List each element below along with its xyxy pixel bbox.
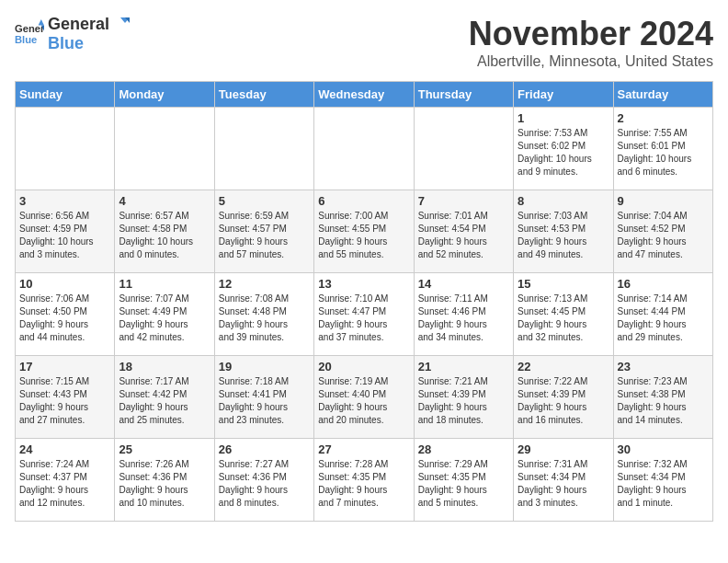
day-number: 5 xyxy=(219,194,310,208)
table-row: 11Sunrise: 7:07 AM Sunset: 4:49 PM Dayli… xyxy=(115,273,214,356)
day-info: Sunrise: 7:01 AM Sunset: 4:54 PM Dayligh… xyxy=(418,210,509,261)
table-row: 30Sunrise: 7:32 AM Sunset: 4:34 PM Dayli… xyxy=(613,439,712,522)
day-number: 25 xyxy=(119,442,210,456)
day-number: 9 xyxy=(618,194,709,208)
day-info: Sunrise: 7:21 AM Sunset: 4:39 PM Dayligh… xyxy=(418,375,509,427)
table-row: 18Sunrise: 7:17 AM Sunset: 4:42 PM Dayli… xyxy=(115,356,214,439)
header-monday: Monday xyxy=(115,82,214,108)
day-number: 28 xyxy=(418,442,509,456)
day-number: 19 xyxy=(219,360,310,373)
day-number: 7 xyxy=(418,194,509,208)
table-row xyxy=(214,108,313,190)
title-area: November 2024 Albertville, Minnesota, Un… xyxy=(469,15,713,70)
table-row: 24Sunrise: 7:24 AM Sunset: 4:37 PM Dayli… xyxy=(16,439,115,522)
day-number: 15 xyxy=(518,277,609,291)
day-number: 27 xyxy=(318,442,409,456)
table-row: 8Sunrise: 7:03 AM Sunset: 4:53 PM Daylig… xyxy=(514,190,613,273)
svg-marker-2 xyxy=(39,19,44,25)
day-info: Sunrise: 6:57 AM Sunset: 4:58 PM Dayligh… xyxy=(119,210,210,261)
table-row: 5Sunrise: 6:59 AM Sunset: 4:57 PM Daylig… xyxy=(214,190,313,273)
table-row: 23Sunrise: 7:23 AM Sunset: 4:38 PM Dayli… xyxy=(613,356,712,439)
header-thursday: Thursday xyxy=(414,82,513,108)
day-info: Sunrise: 7:29 AM Sunset: 4:35 PM Dayligh… xyxy=(418,458,509,510)
day-number: 1 xyxy=(518,111,609,125)
month-title: November 2024 xyxy=(469,15,713,53)
day-info: Sunrise: 7:22 AM Sunset: 4:39 PM Dayligh… xyxy=(518,375,609,427)
table-row: 21Sunrise: 7:21 AM Sunset: 4:39 PM Dayli… xyxy=(414,356,513,439)
day-number: 13 xyxy=(318,277,409,291)
table-row xyxy=(115,108,214,190)
day-number: 17 xyxy=(19,360,110,373)
table-row: 16Sunrise: 7:14 AM Sunset: 4:44 PM Dayli… xyxy=(613,273,712,356)
day-info: Sunrise: 7:06 AM Sunset: 4:50 PM Dayligh… xyxy=(19,293,110,344)
day-info: Sunrise: 7:53 AM Sunset: 6:02 PM Dayligh… xyxy=(518,127,609,178)
table-row: 22Sunrise: 7:22 AM Sunset: 4:39 PM Dayli… xyxy=(514,356,613,439)
table-row: 12Sunrise: 7:08 AM Sunset: 4:48 PM Dayli… xyxy=(214,273,313,356)
day-info: Sunrise: 7:28 AM Sunset: 4:35 PM Dayligh… xyxy=(318,458,409,510)
calendar-week-4: 17Sunrise: 7:15 AM Sunset: 4:43 PM Dayli… xyxy=(16,356,713,439)
day-info: Sunrise: 7:55 AM Sunset: 6:01 PM Dayligh… xyxy=(618,127,709,178)
day-number: 4 xyxy=(119,194,210,208)
day-info: Sunrise: 6:59 AM Sunset: 4:57 PM Dayligh… xyxy=(219,210,310,261)
day-info: Sunrise: 7:18 AM Sunset: 4:41 PM Dayligh… xyxy=(219,375,310,427)
table-row: 26Sunrise: 7:27 AM Sunset: 4:36 PM Dayli… xyxy=(214,439,313,522)
table-row: 25Sunrise: 7:26 AM Sunset: 4:36 PM Dayli… xyxy=(115,439,214,522)
table-row: 7Sunrise: 7:01 AM Sunset: 4:54 PM Daylig… xyxy=(414,190,513,273)
header-friday: Friday xyxy=(514,82,613,108)
day-number: 12 xyxy=(219,277,310,291)
table-row xyxy=(314,108,414,190)
day-info: Sunrise: 7:27 AM Sunset: 4:36 PM Dayligh… xyxy=(219,458,310,510)
header-saturday: Saturday xyxy=(613,82,712,108)
day-number: 23 xyxy=(618,360,709,373)
day-info: Sunrise: 7:14 AM Sunset: 4:44 PM Dayligh… xyxy=(618,293,709,344)
table-row: 3Sunrise: 6:56 AM Sunset: 4:59 PM Daylig… xyxy=(16,190,115,273)
header-tuesday: Tuesday xyxy=(214,82,313,108)
logo-bird-icon xyxy=(111,16,130,34)
calendar-week-3: 10Sunrise: 7:06 AM Sunset: 4:50 PM Dayli… xyxy=(16,273,713,356)
day-number: 14 xyxy=(418,277,509,291)
day-info: Sunrise: 7:04 AM Sunset: 4:52 PM Dayligh… xyxy=(618,210,709,261)
table-row: 19Sunrise: 7:18 AM Sunset: 4:41 PM Dayli… xyxy=(214,356,313,439)
day-info: Sunrise: 6:56 AM Sunset: 4:59 PM Dayligh… xyxy=(19,210,110,261)
table-row xyxy=(414,108,513,190)
calendar-header-row: Sunday Monday Tuesday Wednesday Thursday… xyxy=(16,82,713,108)
day-number: 29 xyxy=(518,442,609,456)
logo: General Blue General Blue xyxy=(15,15,130,53)
day-number: 11 xyxy=(119,277,210,291)
day-number: 20 xyxy=(318,360,409,373)
day-number: 24 xyxy=(19,442,110,456)
day-info: Sunrise: 7:10 AM Sunset: 4:47 PM Dayligh… xyxy=(318,293,409,344)
day-number: 8 xyxy=(518,194,609,208)
day-info: Sunrise: 7:24 AM Sunset: 4:37 PM Dayligh… xyxy=(19,458,110,510)
day-number: 10 xyxy=(19,277,110,291)
day-info: Sunrise: 7:00 AM Sunset: 4:55 PM Dayligh… xyxy=(318,210,409,261)
day-number: 3 xyxy=(19,194,110,208)
table-row: 15Sunrise: 7:13 AM Sunset: 4:45 PM Dayli… xyxy=(514,273,613,356)
calendar-table: Sunday Monday Tuesday Wednesday Thursday… xyxy=(15,81,713,522)
day-info: Sunrise: 7:07 AM Sunset: 4:49 PM Dayligh… xyxy=(119,293,210,344)
day-number: 16 xyxy=(618,277,709,291)
day-info: Sunrise: 7:08 AM Sunset: 4:48 PM Dayligh… xyxy=(219,293,310,344)
day-info: Sunrise: 7:17 AM Sunset: 4:42 PM Dayligh… xyxy=(119,375,210,427)
table-row: 29Sunrise: 7:31 AM Sunset: 4:34 PM Dayli… xyxy=(514,439,613,522)
day-info: Sunrise: 7:26 AM Sunset: 4:36 PM Dayligh… xyxy=(119,458,210,510)
logo-blue-text: Blue xyxy=(48,34,130,53)
table-row: 1Sunrise: 7:53 AM Sunset: 6:02 PM Daylig… xyxy=(514,108,613,190)
table-row: 28Sunrise: 7:29 AM Sunset: 4:35 PM Dayli… xyxy=(414,439,513,522)
day-number: 26 xyxy=(219,442,310,456)
day-info: Sunrise: 7:32 AM Sunset: 4:34 PM Dayligh… xyxy=(618,458,709,510)
logo-general-text: General xyxy=(48,15,109,34)
table-row: 2Sunrise: 7:55 AM Sunset: 6:01 PM Daylig… xyxy=(613,108,712,190)
day-info: Sunrise: 7:13 AM Sunset: 4:45 PM Dayligh… xyxy=(518,293,609,344)
page-header: General Blue General Blue November 2024 … xyxy=(15,15,713,70)
table-row: 4Sunrise: 6:57 AM Sunset: 4:58 PM Daylig… xyxy=(115,190,214,273)
day-number: 18 xyxy=(119,360,210,373)
header-sunday: Sunday xyxy=(16,82,115,108)
day-number: 22 xyxy=(518,360,609,373)
day-number: 21 xyxy=(418,360,509,373)
calendar-week-1: 1Sunrise: 7:53 AM Sunset: 6:02 PM Daylig… xyxy=(16,108,713,190)
header-wednesday: Wednesday xyxy=(314,82,414,108)
calendar-week-2: 3Sunrise: 6:56 AM Sunset: 4:59 PM Daylig… xyxy=(16,190,713,273)
table-row xyxy=(16,108,115,190)
table-row: 14Sunrise: 7:11 AM Sunset: 4:46 PM Dayli… xyxy=(414,273,513,356)
